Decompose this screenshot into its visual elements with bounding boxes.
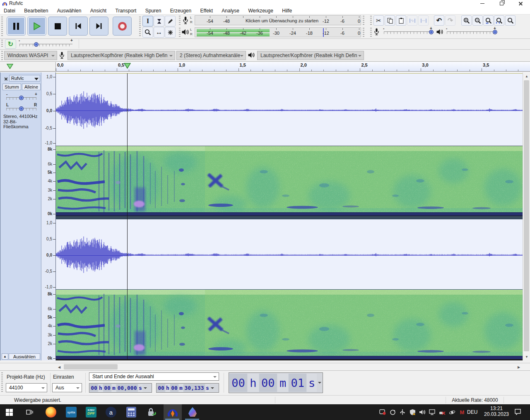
cut-button[interactable]: ✂ (373, 15, 384, 26)
play-speed-slider[interactable] (19, 44, 72, 46)
toolbar-grabber[interactable] (370, 28, 372, 38)
menu-bearbeiten[interactable]: Bearbeiten (20, 7, 52, 14)
gain-thumb[interactable] (19, 96, 24, 100)
record-button[interactable] (113, 17, 132, 36)
zoom-in-button[interactable] (461, 15, 472, 26)
menu-spuren[interactable]: Spuren (142, 7, 165, 14)
m-shield-icon[interactable]: M (458, 409, 466, 415)
skip-to-start-button[interactable] (69, 17, 88, 36)
notification-center-icon[interactable] (513, 408, 522, 415)
audacity-taskbar-button[interactable] (164, 404, 182, 420)
recording-meter[interactable]: -54-48-12-60Klicken um Überwachung zu st… (195, 15, 361, 25)
defender-icon[interactable] (408, 409, 417, 415)
snap-select[interactable]: Aus (52, 383, 82, 392)
menu-ansicht[interactable]: Ansicht (87, 7, 110, 14)
zoom-tool-button[interactable] (142, 27, 153, 38)
drop-app-button[interactable] (183, 404, 202, 420)
task-view-button[interactable] (20, 404, 39, 420)
fit-project-button[interactable] (494, 15, 504, 26)
phone-disabled-icon[interactable] (438, 409, 446, 415)
fit-selection-button[interactable] (483, 15, 494, 26)
zoom-out-button[interactable] (472, 15, 483, 26)
playhead-triangle-icon[interactable] (124, 63, 131, 69)
start-minutes[interactable]: 00 (103, 384, 111, 392)
scroll-right-icon[interactable]: ▶ (516, 364, 522, 370)
playback-device-select[interactable]: Lautsprecher/Kopfhörer (Realtek High Def… (257, 51, 364, 60)
redo-button[interactable]: ↷ (445, 15, 455, 26)
menu-analyse[interactable]: Analyse (218, 7, 243, 14)
toolbar-grabber[interactable] (1, 17, 3, 36)
selection-mode-select[interactable]: Start und Ende der Auswahl (89, 372, 219, 381)
toolbar-grabber[interactable] (363, 28, 364, 38)
end-minutes[interactable]: 00 (170, 384, 178, 392)
field-dropdown-icon[interactable] (144, 387, 147, 389)
toolbar-grabber[interactable] (179, 16, 181, 26)
position-hours[interactable]: 00 (229, 374, 247, 392)
close-button[interactable] (513, 0, 528, 7)
menu-erzeugen[interactable]: Erzeugen (166, 7, 195, 14)
end-hours[interactable]: 00 (157, 384, 165, 392)
play-volume-slider[interactable] (447, 32, 496, 34)
play-speed-thumb[interactable] (34, 42, 39, 47)
audio-host-select[interactable]: Windows WASAPI (4, 51, 57, 60)
record-volume-slider[interactable] (384, 32, 433, 34)
trim-audio-button[interactable] (407, 15, 417, 26)
toolbar-grabber[interactable] (363, 16, 364, 26)
position-seconds[interactable]: 01 (289, 374, 306, 392)
menu-transport[interactable]: Transport (112, 7, 140, 14)
spectrogram-view-left[interactable] (56, 146, 523, 216)
copy-button[interactable] (385, 15, 395, 26)
toolbar-grabber[interactable] (1, 372, 3, 393)
restore-button[interactable] (494, 0, 508, 7)
firefox-button[interactable] (42, 404, 60, 420)
track-name-menu[interactable]: Rufvlc (9, 75, 40, 82)
title-bar[interactable]: Rufvlc (0, 0, 530, 7)
start-seconds[interactable]: 00,000 (116, 384, 138, 392)
scroll-down-icon[interactable]: ▼ (523, 354, 530, 360)
collapse-track-button[interactable]: ▲ (2, 353, 8, 360)
undo-button[interactable]: ↶ (434, 15, 444, 26)
project-rate-select[interactable]: 44100 (6, 383, 47, 392)
selection-start-field[interactable]: 00h00m00,000s (89, 383, 152, 393)
menu-datei[interactable]: Datei (0, 7, 19, 14)
spitta-app-button[interactable]: spitta (62, 404, 80, 420)
field-dropdown-icon[interactable] (318, 382, 321, 384)
toolbar-grabber[interactable] (139, 17, 141, 36)
stop-button[interactable] (48, 17, 67, 36)
satellite-icon[interactable] (448, 409, 456, 415)
volume-icon[interactable] (418, 409, 426, 415)
recording-device-select[interactable]: Lautsprecher/Kopfhörer (Realtek High Def… (67, 51, 175, 60)
selection-end-field[interactable]: 00h00m30,133s (156, 383, 219, 393)
horizontal-scroll-thumb[interactable] (64, 364, 118, 370)
multi-tool-button[interactable] (165, 27, 176, 38)
pan-thumb[interactable] (19, 106, 24, 111)
scroll-up-icon[interactable]: ▲ (523, 73, 530, 79)
toolbar-grabber[interactable] (370, 16, 372, 26)
horizontal-scrollbar[interactable]: ◀ ▶ (0, 363, 530, 370)
start-button[interactable] (0, 404, 18, 420)
waveform-view-left[interactable] (56, 73, 523, 145)
a-app-button[interactable]: a (102, 404, 120, 420)
draw-tool-button[interactable] (165, 16, 176, 26)
paste-button[interactable] (396, 15, 406, 26)
tray-app2-icon[interactable] (388, 409, 397, 415)
silence-audio-button[interactable] (418, 15, 429, 26)
spectrogram-view-right[interactable] (56, 289, 523, 359)
clock[interactable]: 13:21 20.03.2023 (481, 406, 512, 417)
menu-auswaehlen[interactable]: Auswählen (53, 7, 85, 14)
scroll-left-icon[interactable]: ◀ (56, 364, 62, 370)
timeshift-tool-button[interactable]: ↔ (154, 27, 164, 38)
vertical-rulers[interactable]: 1,00,50,0-0,5-1,01,00,50,0-0,5-1,08k6k5k… (41, 72, 56, 360)
loop-play-button[interactable]: ↻ (5, 39, 16, 49)
pinned-playhead-icon[interactable] (7, 64, 13, 69)
skip-to-end-button[interactable] (89, 17, 108, 36)
zoom-toggle-button[interactable] (505, 15, 516, 26)
menu-effekt[interactable]: Effekt (197, 7, 217, 14)
waveform-view-right[interactable] (56, 219, 523, 289)
calculator-button[interactable] (122, 404, 140, 420)
solo-button[interactable]: Alleine (22, 84, 41, 90)
toolbar-grabber[interactable] (179, 28, 181, 38)
mute-button[interactable]: Stumm (2, 84, 21, 90)
lock-app-button[interactable] (142, 404, 161, 420)
position-minutes[interactable]: 00 (259, 374, 277, 392)
